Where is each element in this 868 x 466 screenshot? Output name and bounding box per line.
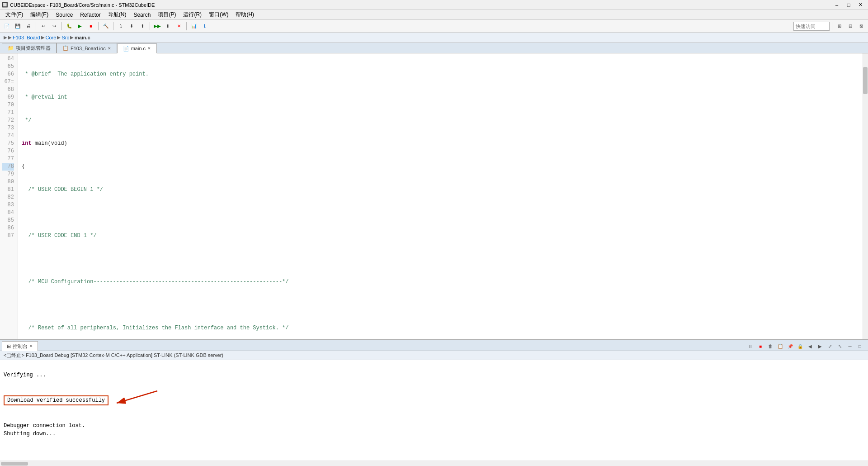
line-num-68: 68 <box>2 86 14 94</box>
toolbar-sep-6 <box>186 22 187 30</box>
line-num-66: 66 <box>2 71 14 78</box>
console-minimize-btn[interactable]: ─ <box>845 342 854 351</box>
menu-refactor[interactable]: Refactor <box>76 10 104 20</box>
line-num-85: 85 <box>2 217 14 224</box>
line-num-86: 86 <box>2 224 14 232</box>
code-line-74 <box>22 301 863 309</box>
console-debug-lost: Debugger connection lost. Shutting down.… <box>4 405 864 438</box>
run-button[interactable]: ▶ <box>75 21 85 31</box>
toolbar-sep-5 <box>150 22 150 30</box>
line-num-64: 64 <box>2 55 14 63</box>
step-out-button[interactable]: ⬆ <box>137 21 147 31</box>
perspective-2-button[interactable]: ⊟ <box>845 21 855 31</box>
code-line-67: int main(void) <box>22 140 863 147</box>
console-pause-btn[interactable]: ⏸ <box>746 342 755 351</box>
tab-f103-ioc[interactable]: 📋 F103_Board.ioc ✕ <box>57 43 117 53</box>
console-body: Verifying ... Download verified successf… <box>0 360 868 461</box>
perspective-3-button[interactable]: ⊠ <box>856 21 866 31</box>
editor-tab-bar: 📁 项目资源管理器 📋 F103_Board.ioc ✕ 📄 main.c ✕ <box>0 43 868 53</box>
stop-button[interactable]: ■ <box>86 21 96 31</box>
line-num-78: 78 <box>2 163 14 171</box>
line-num-73: 73 <box>2 124 14 132</box>
code-line-71: /* USER CODE END 1 */ <box>22 232 863 240</box>
save-button[interactable]: 💾 <box>13 21 23 31</box>
code-content[interactable]: * @brief The application entry point. * … <box>18 53 863 339</box>
console-tab[interactable]: ⊞ 控制台 ✕ <box>2 341 38 351</box>
resume-button[interactable]: ▶▶ <box>152 21 162 31</box>
console-icon: ⊞ <box>7 343 11 349</box>
toolbar: 📄 💾 🖨 ↩ ↪ 🐛 ▶ ■ 🔨 ⤵ ⬇ ⬆ ▶▶ ⏸ ✕ 📊 ℹ ⊞ ⊟ ⊠ <box>0 20 868 33</box>
step-into-button[interactable]: ⬇ <box>127 21 137 31</box>
breadcrumb: ▶ ▶ F103_Board ▶ Core ▶ Src ▶ main.c <box>0 33 868 43</box>
undo-button[interactable]: ↩ <box>38 21 48 31</box>
minimize-button[interactable]: – <box>831 0 843 10</box>
line-num-87: 87 <box>2 232 14 240</box>
maximize-button[interactable]: □ <box>843 0 854 10</box>
editor-scrollbar[interactable] <box>863 53 868 339</box>
menu-help[interactable]: 帮助(H) <box>232 10 258 20</box>
terminate-button[interactable]: ✕ <box>174 21 184 31</box>
line-num-71: 71 <box>2 109 14 117</box>
console-tab-close[interactable]: ✕ <box>29 344 33 348</box>
line-num-84: 84 <box>2 209 14 217</box>
tab-main-c-close[interactable]: ✕ <box>147 46 151 51</box>
code-line-65: * @retval int <box>22 94 863 101</box>
tab-f103-ioc-close[interactable]: ✕ <box>108 46 111 51</box>
editor-area: 64 65 66 67= 68 69 70 71 72 73 74 75 76 … <box>0 53 868 339</box>
quick-access-input[interactable] <box>793 22 830 31</box>
console-next-btn[interactable]: ▶ <box>816 342 825 351</box>
print-button[interactable]: 🖨 <box>24 21 33 31</box>
console-stop-btn[interactable]: ■ <box>756 342 765 351</box>
line-num-72: 72 <box>2 117 14 124</box>
menu-run[interactable]: 运行(R) <box>179 10 205 20</box>
new-button[interactable]: 📄 <box>2 21 12 31</box>
menu-edit[interactable]: 编辑(E) <box>27 10 52 20</box>
console-expand-btn[interactable]: ⤢ <box>826 342 835 351</box>
breadcrumb-src[interactable]: Src <box>61 35 69 40</box>
console-collapse-btn[interactable]: ⤡ <box>835 342 844 351</box>
console-clear-btn[interactable]: 🗑 <box>766 342 775 351</box>
menu-navigate[interactable]: 导航(N) <box>104 10 130 20</box>
menu-search[interactable]: Search <box>130 10 154 20</box>
breadcrumb-f103[interactable]: F103_Board <box>13 35 40 40</box>
console-prev-btn[interactable]: ◀ <box>806 342 815 351</box>
window-title: CUBEIDEspace - F103_Board/Core/Src/main.… <box>10 2 155 8</box>
open-perspective-button[interactable]: 📊 <box>189 21 199 31</box>
menu-project[interactable]: 项目(P) <box>154 10 179 20</box>
breadcrumb-sep-1: ▶ <box>41 35 45 40</box>
line-num-70: 70 <box>2 101 14 109</box>
console-maximize-btn[interactable]: □ <box>855 342 864 351</box>
code-line-69: /* USER CODE BEGIN 1 */ <box>22 186 863 194</box>
breadcrumb-sep-3: ▶ <box>70 35 74 40</box>
menu-file[interactable]: 文件(F) <box>2 10 27 20</box>
tab-project-explorer[interactable]: 📁 项目资源管理器 <box>2 43 57 53</box>
code-line-68: { <box>22 163 863 171</box>
debug-button[interactable]: 🐛 <box>64 21 74 31</box>
redo-button[interactable]: ↪ <box>49 21 59 31</box>
console-scrollbar-thumb[interactable] <box>1 462 28 466</box>
menu-window[interactable]: 窗口(W) <box>205 10 232 20</box>
build-button[interactable]: 🔨 <box>101 21 111 31</box>
console-toolbar: ⏸ ■ 🗑 📋 📌 🔒 ◀ ▶ ⤢ ⤡ ─ □ <box>744 342 866 351</box>
console-scroll-lock-btn[interactable]: 🔒 <box>796 342 805 351</box>
perspective-1-button[interactable]: ⊞ <box>835 21 844 31</box>
app-icon: 🔲 <box>2 2 8 8</box>
editor-scrollbar-thumb[interactable] <box>863 67 868 94</box>
menu-bar: 文件(F) 编辑(E) Source Refactor 导航(N) Search… <box>0 10 868 20</box>
line-num-82: 82 <box>2 194 14 201</box>
console-paste-btn[interactable]: 📌 <box>786 342 795 351</box>
menu-source[interactable]: Source <box>52 10 76 20</box>
tab-main-c[interactable]: 📄 main.c ✕ <box>117 43 157 53</box>
close-button[interactable]: ✕ <box>854 0 866 10</box>
toolbar-sep-1 <box>36 22 36 30</box>
code-editor[interactable]: 64 65 66 67= 68 69 70 71 72 73 74 75 76 … <box>0 53 868 339</box>
line-num-80: 80 <box>2 178 14 186</box>
suspend-button[interactable]: ⏸ <box>163 21 173 31</box>
breadcrumb-core[interactable]: Core <box>46 35 57 40</box>
line-num-83: 83 <box>2 201 14 209</box>
info-button[interactable]: ℹ <box>200 21 210 31</box>
step-over-button[interactable]: ⤵ <box>116 21 126 31</box>
code-line-75: /* Reset of all peripherals, Initializes… <box>22 324 863 332</box>
console-scrollbar[interactable] <box>0 461 868 466</box>
console-copy-btn[interactable]: 📋 <box>776 342 785 351</box>
